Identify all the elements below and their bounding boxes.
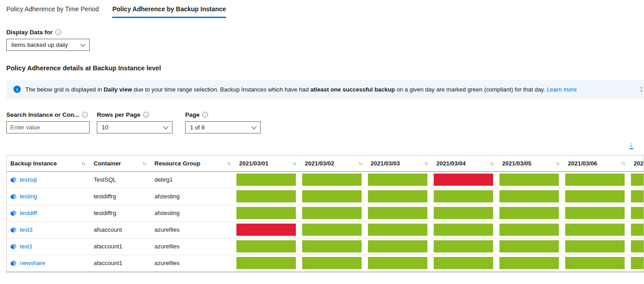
col-header-date-2[interactable]: 2021/03/02↑↓ [301,156,367,171]
resource-group-cell: azurefiles [151,238,236,255]
status-dot: . [634,260,635,266]
date-cell: . [499,221,564,238]
status-cell: . [499,224,559,236]
status-dot: . [371,260,372,266]
sort-icon[interactable]: ↑↓ [556,160,561,166]
rows-per-page-label-row: Rows per Page i [97,111,172,118]
status-dot: . [371,193,372,200]
sort-icon[interactable]: ↑↓ [293,160,298,166]
page-title: Policy Adherence details at Backup Insta… [6,64,644,72]
col-header-date-5[interactable]: 2021/03/05↑↓ [499,156,564,171]
date-cell: . [367,221,433,238]
status-dot: . [568,210,570,216]
search-label-row: Search Instance or Con... i [6,111,90,118]
status-cell: . [499,257,559,269]
tab-backup-instance[interactable]: Policy Adherence by Backup Instance [112,5,226,18]
date-cell: . [564,221,630,238]
rows-per-page-label: Rows per Page [97,111,141,118]
status-dot: . [568,193,570,200]
sort-icon[interactable]: ↑↓ [142,160,147,166]
sort-icon[interactable]: ↑↓ [424,160,429,166]
col-header-date-3[interactable]: 2021/03/03↑↓ [367,156,433,171]
backup-instance-link[interactable]: testdiff [20,210,37,216]
display-data-value: Items backed up daily [11,41,68,48]
status-dot: . [305,193,307,200]
backup-instance-icon [10,210,17,216]
sort-icon[interactable]: ↑↓ [82,160,86,166]
status-cell: . [302,240,362,252]
backup-instance-icon [10,227,17,233]
status-cell: . [236,257,296,269]
status-dot: . [239,193,241,200]
status-dot: . [568,176,570,183]
backup-instance-link[interactable]: testing [20,193,37,200]
date-cell: . [499,188,564,205]
info-icon[interactable]: i [143,112,149,118]
info-icon[interactable]: i [55,29,61,35]
table-row: test3 afsaccount azurefiles ....... [7,221,644,238]
download-icon[interactable]: ↓ [629,141,634,149]
status-cell: . [499,190,559,202]
tab-time-period[interactable]: Policy Adherence by Time Period [6,5,99,18]
page-label: Page [185,111,200,118]
backup-instance-icon [10,260,17,266]
backup-instance-link[interactable]: test3 [20,226,32,233]
sort-icon[interactable]: ↑↓ [621,160,626,166]
chevron-down-icon [163,124,168,129]
date-cell: . [630,171,644,188]
col-header-date-6[interactable]: 2021/03/06↑↓ [564,156,630,171]
date-cell: . [564,188,630,205]
date-cell: . [499,238,564,255]
col-header-resource-group[interactable]: Resource Group↑↓ [151,156,236,171]
date-cell: . [301,221,367,238]
status-dot: . [502,176,504,183]
adherence-table-container: Backup Instance↑↓ Container↑↓ Resource G… [6,155,644,272]
rows-per-page-dropdown[interactable]: 10 [97,121,172,133]
date-cell: . [367,255,433,271]
status-cell: . [236,224,296,236]
col-header-date-1[interactable]: 2021/03/01↑↓ [236,156,301,171]
learn-more-link[interactable]: Learn more [547,86,576,93]
date-cell: . [301,255,367,271]
resource-group-cell: debrg1 [151,171,236,188]
status-dot: . [371,226,372,233]
backup-instance-icon [10,193,17,200]
page-dropdown[interactable]: 1 of 8 [185,121,261,133]
display-data-dropdown[interactable]: Items backed up daily [6,39,90,51]
banner-scrollbar[interactable]: ▲ ▼ [640,86,643,92]
status-cell: . [302,207,362,219]
backup-instance-link[interactable]: newshare [20,260,45,266]
col-header-date-7[interactable]: 202↑↓ [630,156,644,171]
status-cell: . [236,190,296,202]
backup-instance-link[interactable]: test1 [20,243,32,250]
sort-icon[interactable]: ↑↓ [490,160,495,166]
sort-icon[interactable]: ↑↓ [227,160,232,166]
container-cell: afaccount1 [90,238,151,255]
search-input[interactable] [6,121,90,133]
backup-instance-link[interactable]: testsql [20,176,37,183]
date-cell: . [367,238,433,255]
table-row: newshare afaccount1 azurefiles ....... [7,255,644,271]
table-row: testsql TestSQL debrg1 ....... [7,171,644,188]
col-header-backup-instance[interactable]: Backup Instance↑↓ [7,156,90,171]
scroll-up-icon[interactable]: ▲ [640,86,643,89]
status-cell: . [631,190,644,202]
status-cell: . [631,240,644,252]
info-icon[interactable]: i [82,112,88,118]
info-banner-text: The below grid is displayed in Daily vie… [25,86,577,93]
date-cell: . [236,171,301,188]
sort-icon[interactable]: ↑↓ [358,160,363,166]
scroll-down-icon[interactable]: ▼ [640,90,643,92]
col-header-date-4[interactable]: 2021/03/04↑↓ [433,156,499,171]
status-cell: . [434,240,493,252]
status-dot: . [436,193,438,200]
status-dot: . [634,193,635,200]
info-icon[interactable]: i [202,112,208,118]
chevron-down-icon [251,124,256,129]
search-label: Search Instance or Con... [6,111,79,118]
col-header-container[interactable]: Container↑↓ [90,156,151,171]
date-cell: . [236,205,301,221]
status-cell: . [499,207,559,219]
status-cell: . [565,257,625,269]
resource-group-cell: afstesting [151,188,236,205]
